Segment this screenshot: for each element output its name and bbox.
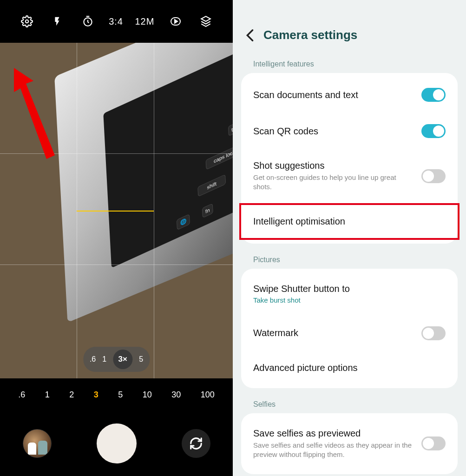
svg-marker-3 (175, 20, 177, 23)
grid-line (154, 43, 154, 378)
setting-label: Intelligent optimisation (253, 216, 439, 227)
setting-save-selfies[interactable]: Save selfies as previewed Save selfies a… (241, 417, 458, 471)
zoom-option[interactable]: 5 (139, 355, 143, 364)
toggle-switch[interactable] (421, 124, 446, 138)
camera-viewfinder[interactable]: tab caps lock shift fn 🌐 .6 1 3× 5 (0, 43, 233, 378)
zoom-option[interactable]: .6 (90, 355, 96, 364)
setting-advanced-picture[interactable]: Advanced picture options (241, 351, 458, 384)
settings-header: Camera settings (233, 0, 466, 56)
setting-value: Take burst shot (253, 296, 439, 304)
setting-subtitle: Save selfies and selfie videos as they a… (253, 441, 415, 460)
zoom-step[interactable]: .6 (18, 390, 25, 400)
setting-watermark[interactable]: Watermark (241, 315, 458, 351)
toggle-switch[interactable] (421, 169, 446, 183)
setting-label: Swipe Shutter button to (253, 284, 439, 294)
settings-screen: Camera settings Intelligent features Sca… (233, 0, 466, 476)
level-indicator (77, 211, 153, 212)
toggle-switch[interactable] (421, 326, 446, 340)
settings-card: Scan documents and text Scan QR codes Sh… (241, 73, 458, 244)
motion-photo-icon[interactable] (166, 12, 185, 31)
toggle-switch[interactable] (421, 436, 446, 450)
svg-point-0 (25, 20, 28, 23)
zoom-scroll[interactable]: .6 1 2 3 5 10 30 100 (0, 378, 233, 411)
setting-label: Save selfies as previewed (253, 428, 415, 439)
settings-card: Swipe Shutter button to Take burst shot … (241, 269, 458, 388)
settings-card: Save selfies as previewed Save selfies a… (241, 413, 458, 475)
camera-screen: 3:4 12M tab caps lock shift fn 🌐 (0, 0, 233, 476)
grid-line (0, 264, 233, 265)
filters-icon[interactable] (197, 12, 215, 31)
zoom-step[interactable]: 5 (118, 390, 123, 400)
setting-label: Scan documents and text (253, 90, 415, 100)
zoom-step[interactable]: 1 (45, 390, 50, 400)
zoom-pill[interactable]: .6 1 3× 5 (83, 347, 150, 372)
setting-label: Shot suggestions (253, 160, 415, 171)
zoom-step[interactable]: 2 (69, 390, 74, 400)
camera-top-bar: 3:4 12M (0, 0, 233, 43)
gallery-thumbnail[interactable] (23, 429, 52, 458)
setting-label: Advanced picture options (253, 363, 439, 373)
shutter-button[interactable] (97, 423, 137, 463)
setting-label: Watermark (253, 328, 415, 338)
zoom-option-active[interactable]: 3× (113, 350, 132, 369)
gear-icon[interactable] (18, 12, 36, 31)
setting-shot-suggestions[interactable]: Shot suggestions Get on-screen guides to… (241, 149, 458, 203)
switch-camera-button[interactable] (182, 429, 210, 458)
zoom-step[interactable]: 30 (171, 390, 181, 400)
zoom-step[interactable]: 10 (143, 390, 152, 400)
zoom-option[interactable]: 1 (102, 355, 106, 364)
section-label: Pictures (233, 252, 466, 269)
setting-label: Scan QR codes (253, 126, 415, 137)
camera-bottom-controls (0, 411, 233, 476)
section-label: Selfies (233, 397, 466, 413)
toggle-switch[interactable] (421, 88, 446, 102)
timer-icon[interactable] (79, 12, 97, 31)
flash-icon[interactable] (48, 12, 66, 31)
setting-swipe-shutter[interactable]: Swipe Shutter button to Take burst shot (241, 272, 458, 315)
section-label: Intelligent features (233, 56, 466, 73)
setting-scan-documents[interactable]: Scan documents and text (241, 77, 458, 113)
aspect-ratio-button[interactable]: 3:4 (109, 12, 123, 31)
svg-marker-4 (14, 68, 55, 159)
zoom-step-selected[interactable]: 3 (94, 390, 98, 400)
back-icon[interactable] (246, 29, 254, 42)
page-title: Camera settings (263, 28, 357, 42)
resolution-button[interactable]: 12M (135, 12, 154, 31)
setting-scan-qr[interactable]: Scan QR codes (241, 113, 458, 149)
setting-intelligent-optimisation[interactable]: Intelligent optimisation (239, 203, 459, 240)
setting-subtitle: Get on-screen guides to help you line up… (253, 173, 415, 192)
zoom-step[interactable]: 100 (201, 390, 215, 400)
